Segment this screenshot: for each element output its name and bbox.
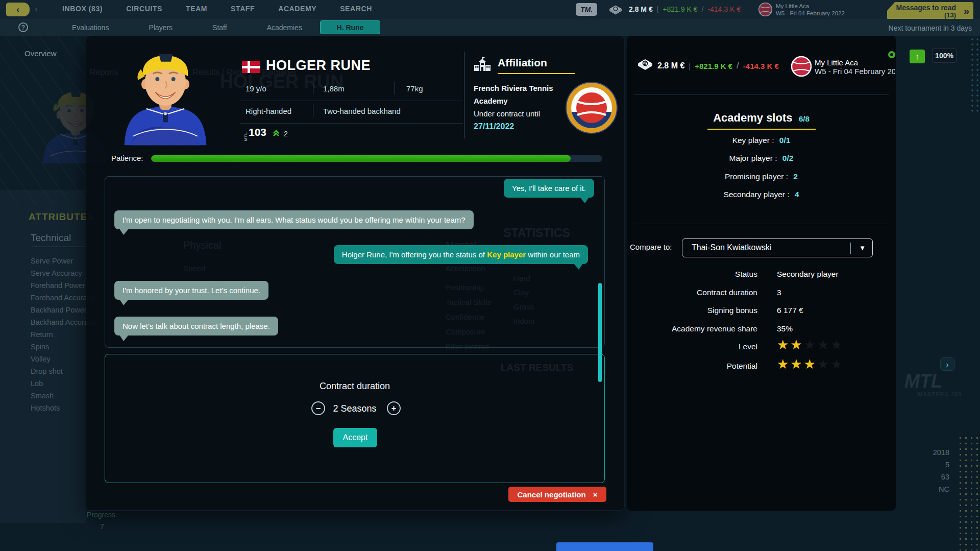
club-logo (791, 56, 812, 77)
dot-grid-decoration (958, 435, 980, 550)
bg-stat-value: 63 (929, 473, 949, 481)
subnav-players[interactable]: Players (149, 23, 173, 32)
player-age: 19 y/o (246, 84, 266, 93)
slot-row: Secondary player : 4 (627, 190, 896, 199)
bottom-blue-button[interactable] (556, 542, 653, 551)
academy-side-panel: 2.8 M € | +821.9 K € / -414.3 K € My Lit… (627, 36, 896, 511)
level-stars: ★★★★★ (777, 338, 844, 351)
negotiation-dialog: Reports Results / Rank Palmarès HOLGER R… (86, 36, 625, 511)
compare-player-value: Thai-Son Kwiatkowski (692, 243, 772, 252)
separator: / (737, 61, 739, 71)
divider (313, 105, 313, 117)
forward-button[interactable]: › (35, 4, 38, 14)
academy-logo (565, 81, 618, 134)
subnav-evaluations[interactable]: Evaluations (72, 23, 109, 32)
bg-attr-item: Hotshots (31, 404, 60, 412)
level-label: Level (627, 342, 757, 351)
duration-plus-button[interactable]: + (387, 401, 401, 415)
slot-label: Secondary player : (723, 190, 789, 199)
nav-academy[interactable]: ACADEMY (278, 5, 316, 13)
slot-value: 4 (795, 190, 799, 199)
expense-value: -414.3 K € (743, 62, 779, 70)
top-navigation-bar: ‹ › INBOX (83) CIRCUITS TEAM STAFF ACADE… (0, 0, 980, 19)
upgrade-arrow-icon[interactable]: ↑ (910, 50, 925, 63)
rank-up-icon (272, 129, 280, 137)
balance-value: 2.8 M € (657, 61, 684, 70)
divider (634, 94, 889, 95)
player-rank: 103 (249, 126, 266, 138)
nav-circuits[interactable]: CIRCUITS (126, 5, 162, 13)
bg-attr-item: Volley (31, 355, 51, 363)
contract-duration-title: Contract duration (105, 381, 604, 392)
player-backhand: Two-handed backhand (323, 107, 401, 115)
club-date: W5 - Fri 04 February 2022 (815, 67, 895, 76)
slot-value: 0/1 (779, 136, 791, 145)
nav-search[interactable]: SEARCH (340, 5, 372, 13)
divider (464, 52, 464, 138)
ghost-tab: Reports (90, 68, 118, 77)
patience-bar (151, 155, 602, 162)
subnav-staff[interactable]: Staff (212, 23, 227, 32)
chevron-down-icon: ▼ (859, 244, 866, 252)
income-value: +821.9 K € (695, 62, 732, 70)
club-date: W5 - Fri 04 February 2022 (776, 10, 845, 17)
nav-staff[interactable]: STAFF (231, 5, 255, 13)
slot-row: Key player : 0/1 (627, 136, 896, 145)
dot-grid-decoration (970, 37, 980, 113)
compare-row-value: Secondary player (777, 270, 839, 279)
slot-value: 2 (793, 172, 798, 181)
affiliation-underline (498, 73, 575, 74)
cancel-negotiation-button[interactable]: Cancel negotiation × (508, 487, 606, 502)
bg-attr-item: Forehand Power (31, 281, 85, 290)
slot-value: 0/2 (782, 154, 794, 162)
slot-row: Promising player : 2 (627, 172, 896, 181)
tab-overview[interactable]: Overview (24, 49, 57, 58)
bg-attr-item: Drop shot (31, 367, 63, 375)
denmark-flag-icon (242, 61, 260, 73)
chat-message: I'm honored by your trust. Let's continu… (114, 281, 268, 300)
negotiation-chat: Yes, I'll take care of it. I'm open to n… (105, 176, 605, 348)
bg-progress-label: Progress (87, 511, 115, 519)
next-tournament-label: Next tournament in 3 days (889, 24, 972, 32)
divider (240, 101, 463, 101)
compare-row-label: Academy revenue share (627, 324, 757, 333)
finance-summary: 2.8 M € | +821.9 K € / -414.3 K € (657, 61, 779, 71)
compare-player-dropdown[interactable]: Thai-Son Kwiatkowski ▼ (682, 238, 873, 257)
messages-label: Messages to read (896, 4, 957, 12)
separator: / (701, 5, 703, 13)
affiliation-title: Affiliation (498, 57, 547, 69)
duration-value: 2 Seasons (105, 403, 604, 414)
contract-offer-panel: Contract duration − 2 Seasons + Accept (105, 354, 605, 483)
bg-attr-item: Forehand Accuracy (31, 294, 94, 302)
chat-message: Now let's talk about contract length, pl… (114, 317, 278, 336)
club-info: My Little Aca W5 - Fri 04 February 2022 (815, 58, 895, 76)
messages-count: (13) (944, 11, 956, 19)
player-name: HOLGER RUNE (266, 58, 371, 74)
tab-h-rune[interactable]: H. Rune (320, 20, 380, 34)
potential-stars: ★★★★★ (777, 357, 844, 371)
player-hand: Right-handed (246, 107, 291, 115)
bg-stat-value: 5 (929, 461, 949, 469)
affiliation-academy-name: Academy (474, 97, 508, 105)
stars-active: ★★ (777, 337, 804, 352)
compare-row-label: Status (627, 270, 757, 279)
compare-row-value: 6 177 € (777, 306, 803, 315)
expand-chevron-button[interactable]: › (940, 357, 954, 371)
subnav-academies[interactable]: Academies (267, 23, 302, 32)
expense-value: -414.3 K € (707, 5, 741, 13)
help-icon[interactable]: ? (18, 22, 28, 32)
chat-message: Holger Rune, I'm offering you the status… (334, 245, 588, 264)
nav-inbox[interactable]: INBOX (83) (62, 5, 103, 13)
back-button[interactable]: ‹ (6, 3, 30, 16)
club-info: My Little Aca W5 - Fri 04 February 2022 (776, 3, 845, 17)
compare-row-label: Signing bonus (627, 306, 757, 315)
patience-label: Patience: (111, 154, 143, 162)
accept-button[interactable]: Accept (333, 428, 377, 447)
slot-label: Key player : (732, 136, 774, 145)
player-photo (115, 37, 215, 147)
nav-team[interactable]: TEAM (186, 5, 207, 13)
bg-progress-value: 7 (100, 522, 104, 531)
money-icon (637, 57, 653, 71)
separator: | (657, 5, 659, 13)
messages-to-read-button[interactable]: Messages to read (13) » (887, 2, 973, 20)
